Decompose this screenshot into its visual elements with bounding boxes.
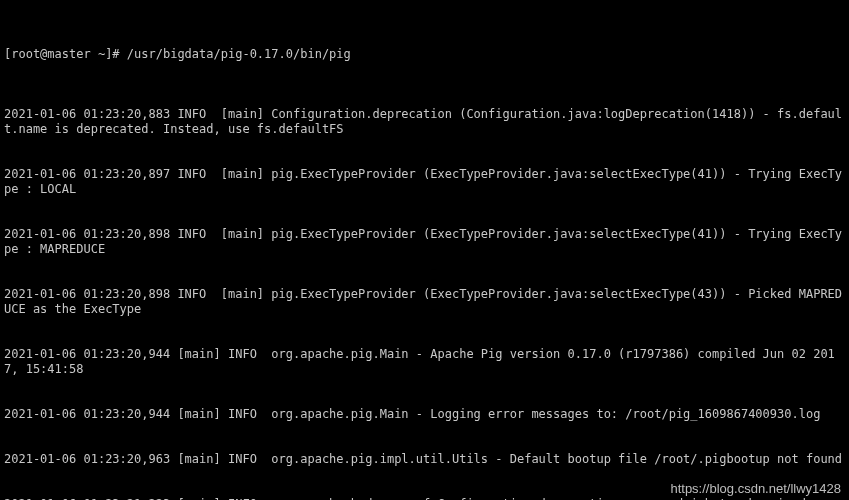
log-line: 2021-01-06 01:23:20,897 INFO [main] pig.… (4, 167, 845, 197)
shell-prompt-line: [root@master ~]# /usr/bigdata/pig-0.17.0… (4, 47, 845, 62)
log-line: 2021-01-06 01:23:20,963 [main] INFO org.… (4, 452, 845, 467)
log-line: 2021-01-06 01:23:20,898 INFO [main] pig.… (4, 287, 845, 317)
log-line: 2021-01-06 01:23:20,944 [main] INFO org.… (4, 407, 845, 422)
log-line: 2021-01-06 01:23:20,944 [main] INFO org.… (4, 347, 845, 377)
log-line: 2021-01-06 01:23:20,898 INFO [main] pig.… (4, 227, 845, 257)
terminal-window[interactable]: [root@master ~]# /usr/bigdata/pig-0.17.0… (0, 0, 849, 500)
log-line: 2021-01-06 01:23:20,883 INFO [main] Conf… (4, 107, 845, 137)
watermark-text: https://blog.csdn.net/llwy1428 (670, 481, 841, 496)
